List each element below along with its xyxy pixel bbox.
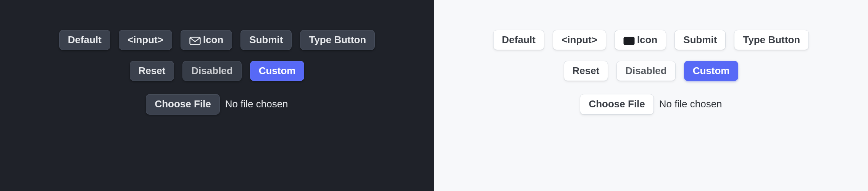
button-row-1: Default <input> Icon Submit Type Button [59, 30, 375, 50]
light-theme-panel: Default <input> Icon Submit Type Button … [434, 0, 868, 191]
default-button[interactable]: Default [493, 30, 544, 50]
type-button[interactable]: Type Button [734, 30, 809, 50]
custom-button[interactable]: Custom [250, 61, 305, 81]
icon-button-label: Icon [203, 34, 223, 46]
type-button[interactable]: Type Button [300, 30, 375, 50]
submit-button[interactable]: Submit [674, 30, 726, 50]
button-row-2: Reset Disabled Custom [130, 61, 305, 81]
icon-button[interactable]: Icon [615, 30, 666, 50]
file-input-row: Choose File No file chosen [580, 94, 722, 114]
file-input-row: Choose File No file chosen [146, 94, 288, 114]
dark-theme-panel: Default <input> Icon Submit Type Button … [0, 0, 434, 191]
reset-button[interactable]: Reset [130, 61, 174, 81]
input-button[interactable]: <input> [119, 30, 172, 50]
disabled-button: Disabled [182, 61, 241, 81]
submit-button[interactable]: Submit [240, 30, 292, 50]
choose-file-button[interactable]: Choose File [146, 94, 219, 114]
file-status-text: No file chosen [659, 98, 722, 110]
file-status-text: No file chosen [225, 98, 288, 110]
icon-button-label: Icon [637, 34, 657, 46]
input-button[interactable]: <input> [553, 30, 606, 50]
disabled-button: Disabled [616, 61, 675, 81]
reset-button[interactable]: Reset [564, 61, 608, 81]
envelope-icon [623, 36, 635, 44]
choose-file-button[interactable]: Choose File [580, 94, 653, 114]
button-row-1: Default <input> Icon Submit Type Button [493, 30, 809, 50]
envelope-icon [189, 36, 201, 44]
icon-button[interactable]: Icon [181, 30, 232, 50]
custom-button[interactable]: Custom [684, 61, 739, 81]
button-row-2: Reset Disabled Custom [564, 61, 739, 81]
default-button[interactable]: Default [59, 30, 110, 50]
